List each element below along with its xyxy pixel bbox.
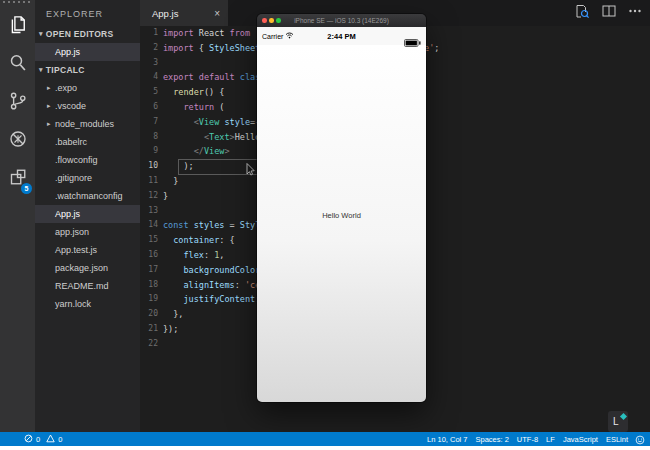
line-number: 21 [140,322,158,337]
code-text: ); [158,159,194,174]
line-number: 20 [140,307,158,322]
line-number: 12 [140,189,158,204]
tree-item--watchmanconfig[interactable]: .watchmanconfig [35,187,140,205]
line-number: 11 [140,174,158,189]
explorer-sidebar: EXPLORER ▾ OPEN EDITORS App.js ▾ TIPCALC… [35,0,140,432]
mouse-cursor-icon [246,162,255,180]
minimize-window-icon[interactable] [269,18,274,23]
code-text: }, [158,307,183,322]
open-editors-list: App.js [35,43,140,61]
more-actions-button[interactable] [628,4,642,22]
line-number: 8 [140,130,158,145]
line-number: 1 [140,26,158,41]
status-item[interactable]: LF [546,435,555,444]
debug-icon [8,129,28,153]
code-text: flex: 1, [158,248,224,263]
activity-extensions-button[interactable]: 5 [0,160,35,198]
line-number: 18 [140,278,158,293]
git-branch-icon [8,91,28,115]
close-window-icon[interactable] [262,18,267,23]
tree-item--gitignore[interactable]: .gitignore [35,169,140,187]
ios-status-bar: Carrier 2:44 PM [257,27,426,45]
status-item[interactable]: Spaces: 2 [476,435,509,444]
corner-widget[interactable]: L [608,411,628,432]
line-number: 19 [140,292,158,307]
chevron-down-icon: ▾ [39,66,43,74]
window-dots [3,1,30,3]
line-number: 14 [140,218,158,233]
chevron-right-icon: ▸ [47,120,55,128]
battery-icon [404,33,421,51]
line-number: 16 [140,248,158,263]
status-bar: 0 0 Ln 10, Col 7Spaces: 2UTF-8LFJavaScri… [0,432,650,446]
status-item[interactable]: JavaScript [563,435,598,444]
split-editor-button[interactable] [602,4,616,22]
tree-item-app-json[interactable]: app.json [35,223,140,241]
line-number: 2 [140,41,158,56]
chevron-down-icon: ▾ [39,30,43,38]
files-icon [8,15,28,39]
code-text: container: { [158,233,235,248]
line-number: 6 [140,100,158,115]
traffic-lights[interactable] [262,18,281,23]
line-number: 17 [140,263,158,278]
feedback-smiley-icon[interactable] [635,435,645,447]
tab-close-icon[interactable]: × [214,8,220,19]
teal-diamond-icon [620,413,627,420]
activity-source-control-button[interactable] [0,84,35,122]
tree-item--babelrc[interactable]: .babelrc [35,133,140,151]
problems-indicator[interactable]: 0 0 [24,434,62,445]
tree-item-app-test-js[interactable]: App.test.js [35,241,140,259]
line-number: 3 [140,56,158,71]
file-tree: ▸.expo▸.vscode▸node_modules.babelrc.flow… [35,79,140,313]
code-text [158,337,163,352]
code-text [158,56,163,71]
warning-triangle-icon [46,434,55,445]
extensions-badge: 5 [21,183,32,194]
tree-item-package-json[interactable]: package.json [35,259,140,277]
line-number: 9 [140,144,158,159]
tree-item--expo[interactable]: ▸.expo [35,79,140,97]
code-text: return ( [158,100,224,115]
line-number: 15 [140,233,158,248]
chevron-right-icon: ▸ [47,84,55,92]
line-number: 13 [140,204,158,219]
line-number: 5 [140,85,158,100]
line-number: 10 [140,159,158,174]
activity-search-button[interactable] [0,46,35,84]
tab-label: App.js [152,8,214,19]
chevron-right-icon: ▸ [47,102,55,110]
simulator-titlebar[interactable]: iPhone SE — iOS 10.3 (14E269) [257,14,426,27]
line-number: 22 [140,337,158,352]
code-text: } [158,174,178,189]
error-count: 0 [36,435,40,444]
tree-item--flowconfig[interactable]: .flowconfig [35,151,140,169]
activity-explorer-button[interactable] [0,8,35,46]
ios-simulator-window[interactable]: iPhone SE — iOS 10.3 (14E269) Carrier 2:… [257,14,426,402]
activity-bar: 5 [0,0,35,432]
tree-item-node-modules[interactable]: ▸node_modules [35,115,140,133]
tree-item-readme-md[interactable]: README.md [35,277,140,295]
code-text: } [158,189,168,204]
app-screen: Hello World [257,45,426,402]
search-icon [8,53,28,77]
open-editor-item[interactable]: App.js [35,43,140,61]
code-text: render() { [158,85,224,100]
error-circle-icon [24,434,33,445]
code-text: }); [158,322,178,337]
tab-appjs[interactable]: App.js × [140,0,228,26]
activity-debug-button[interactable] [0,122,35,160]
vscode-window: 5 EXPLORER ▾ OPEN EDITORS App.js ▾ TIPCA… [0,0,650,450]
open-editors-header[interactable]: ▾ OPEN EDITORS [35,25,140,43]
project-folder-header[interactable]: ▾ TIPCALC [35,61,140,79]
zoom-window-icon[interactable] [276,18,281,23]
line-number: 4 [140,70,158,85]
status-item[interactable]: ESLint [606,435,628,444]
tree-item-yarn-lock[interactable]: yarn.lock [35,295,140,313]
status-item[interactable]: Ln 10, Col 7 [427,435,467,444]
status-item[interactable]: UTF-8 [517,435,538,444]
sidebar-title: EXPLORER [35,0,140,25]
tree-item-app-js[interactable]: App.js [35,205,140,223]
tree-item--vscode[interactable]: ▸.vscode [35,97,140,115]
open-preview-button[interactable] [575,4,590,23]
